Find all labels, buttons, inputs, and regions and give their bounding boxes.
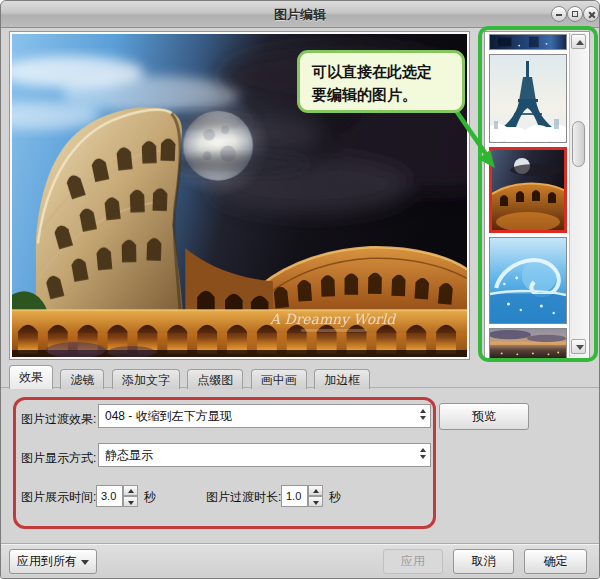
transition-duration-stepper[interactable] (308, 485, 323, 507)
thumbnail-water-wave[interactable] (489, 237, 567, 324)
show-time-unit: 秒 (144, 489, 156, 506)
stepper-up-button[interactable] (308, 485, 323, 496)
footer-bar: 应用到所有 应用 取消 确定 (1, 543, 599, 579)
thumbnail-list (484, 31, 590, 359)
apply-button[interactable]: 应用 (383, 549, 443, 574)
stepper-up-icon (313, 489, 319, 493)
display-mode-label: 图片显示方式: (21, 450, 96, 467)
minimize-icon (556, 14, 562, 16)
watermark-text: A Dreamny World (269, 311, 396, 328)
maximize-icon (572, 11, 578, 17)
scroll-down-icon (576, 345, 584, 350)
titlebar[interactable]: 图片编辑 (1, 1, 599, 28)
stepper-down-icon (313, 501, 319, 505)
thumbnail-scrollbar[interactable] (569, 33, 588, 357)
callout-line-2: 要编辑的图片。 (312, 83, 450, 106)
callout-line-1: 可以直接在此选定 (312, 60, 450, 83)
maximize-button[interactable] (567, 6, 583, 22)
scroll-down-button[interactable] (571, 339, 586, 354)
stepper-down-button[interactable] (123, 496, 138, 507)
thumbnail-eiffel-tower[interactable] (489, 54, 567, 143)
preview-button[interactable]: 预览 (439, 403, 529, 430)
transition-effect-select[interactable]: 048 - 收缩到左下方显现 (98, 404, 431, 428)
tab-filters[interactable]: 滤镜 (60, 369, 104, 389)
display-mode-select[interactable]: 静态显示 (98, 443, 431, 467)
show-time-label: 图片展示时间: (21, 489, 96, 506)
ok-button[interactable]: 确定 (524, 549, 587, 574)
stepper-up-button[interactable] (123, 485, 138, 496)
tab-bar: 效果 滤镜 添加文字 点缀图 画中画 加边框 (9, 365, 373, 388)
stepper-up-icon (128, 489, 134, 493)
transition-duration-label: 图片过渡时长: (206, 489, 281, 506)
stepper-down-button[interactable] (308, 496, 323, 507)
scroll-up-button[interactable] (571, 34, 586, 49)
tab-effects[interactable]: 效果 (9, 365, 53, 389)
tab-add-border[interactable]: 加边框 (314, 369, 370, 389)
callout-bubble: 可以直接在此选定 要编辑的图片。 (297, 50, 465, 113)
window-title: 图片编辑 (1, 6, 599, 24)
image-edit-dialog: 图片编辑 (0, 0, 600, 579)
tab-decorations[interactable]: 点缀图 (187, 369, 243, 389)
show-time-input[interactable]: 3.0 (96, 485, 123, 507)
transition-duration-input[interactable]: 1.0 (281, 485, 308, 507)
thumbnail-colosseum-selected[interactable] (489, 147, 567, 233)
scroll-up-icon (576, 40, 584, 45)
transition-duration-unit: 秒 (329, 489, 341, 506)
apply-to-all-button[interactable]: 应用到所有 (9, 549, 97, 574)
tab-add-text[interactable]: 添加文字 (112, 369, 180, 389)
thumbnail-night-city-partial[interactable] (489, 34, 567, 50)
cancel-button[interactable]: 取消 (453, 549, 514, 574)
thumbnail-sunset-partial[interactable] (489, 328, 567, 359)
scrollbar-thumb[interactable] (572, 121, 585, 167)
close-button[interactable] (583, 6, 599, 22)
combo-updown-icon (420, 448, 426, 459)
show-time-stepper[interactable] (123, 485, 138, 507)
combo-updown-icon (420, 409, 426, 420)
stepper-down-icon (128, 501, 134, 505)
minimize-button[interactable] (551, 6, 567, 22)
transition-effect-label: 图片过渡效果: (21, 411, 96, 428)
dropdown-caret-icon (81, 560, 89, 565)
tab-picture-in-picture[interactable]: 画中画 (251, 369, 307, 389)
